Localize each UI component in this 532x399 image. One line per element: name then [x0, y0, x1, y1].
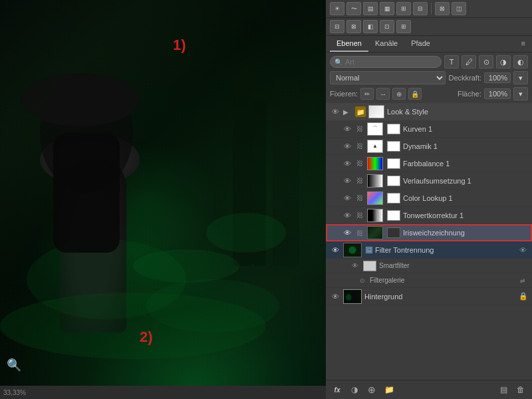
colorlookup-visibility[interactable]: 👁	[342, 193, 352, 203]
tab-kanaele[interactable]: Kanäle	[368, 36, 404, 52]
lock-pixels-btn[interactable]: ✏	[360, 88, 374, 100]
smartfilter-vis[interactable]: 👁	[350, 261, 360, 271]
lock-all-btn[interactable]: 🔒	[408, 88, 422, 100]
filtertont-thumb	[343, 243, 362, 257]
toolbar-row-2: ⊟ ⊠ ◧ ⊡ ⊞	[326, 18, 532, 36]
hintergrund-lock: 🔒	[519, 292, 528, 301]
irisweich-link: ⛓	[355, 228, 364, 237]
layers-bottom-bar: fx ◑ ⊕ 📁 ▤ 🗑	[326, 380, 532, 399]
verlauf-mask	[387, 176, 400, 186]
tab-ebenen[interactable]: Ebenen	[330, 36, 368, 52]
filtertont-visibility[interactable]: 👁	[330, 245, 340, 255]
filtertont-name: Filter Tontrennung	[375, 246, 515, 254]
new-group-button[interactable]: 📁	[382, 383, 396, 396]
tb-icon-grid4[interactable]: ⊟	[413, 2, 428, 15]
opacity-arrow[interactable]: ▾	[513, 71, 528, 84]
tb-icon-grid2[interactable]: ▦	[380, 2, 394, 15]
layer-search-box[interactable]: 🔍	[330, 56, 442, 68]
tb-icon-grid1[interactable]: ▤	[363, 2, 378, 15]
canvas-bottom-bar: 33,33%	[0, 386, 326, 399]
fx-button[interactable]: fx	[330, 383, 344, 396]
tab-spacer	[437, 36, 519, 52]
layer-filter-icon1[interactable]: 🖊	[462, 55, 476, 68]
panel-menu-button[interactable]: ≡	[519, 36, 528, 52]
lock-artboard-btn[interactable]: ⊕	[392, 88, 406, 100]
tonwert-thumb	[367, 209, 383, 222]
verlauf-visibility[interactable]: 👁	[342, 176, 352, 186]
lock-move-btn[interactable]: ↔	[376, 88, 390, 100]
farbbalance-visibility[interactable]: 👁	[342, 158, 352, 169]
svg-point-12	[348, 246, 356, 253]
layer-filter-icon3[interactable]: ◑	[496, 55, 511, 68]
verlauf-name: Verlaufsumsetzung 1	[403, 177, 528, 185]
colorlookup-thumb	[367, 192, 383, 205]
layer-colorlookup-1[interactable]: 👁 ⛓ Color Lookup 1	[326, 190, 532, 207]
delete-layer-button[interactable]: 🗑	[513, 383, 528, 396]
irisweich-visibility[interactable]: 👁	[342, 227, 352, 238]
filtergalerie-row[interactable]: ⊙ Filtergalerie ⇌	[326, 273, 532, 288]
tb-icon-r4[interactable]: ⊡	[380, 20, 394, 33]
layer-tonwert-1[interactable]: 👁 ⛓ Tonwertkorrektur 1	[326, 207, 532, 224]
group-arrow[interactable]: ▶	[343, 108, 352, 116]
new-layer-button[interactable]: ▤	[496, 383, 511, 396]
colorlookup-link: ⛓	[355, 194, 364, 203]
layer-dynamik-1[interactable]: 👁 ⛓ ▲ Dynamik 1	[326, 138, 532, 155]
lock-fill-row: Fixieren: ✏ ↔ ⊕ 🔒 Fläche: 100% ▾	[330, 87, 528, 100]
tab-pfade[interactable]: Pfade	[404, 36, 437, 52]
layer-hintergrund[interactable]: 👁 Hintergrund 🔒	[326, 288, 532, 305]
layer-filter-tontrennung[interactable]: 👁 ◱ Filter Tontrennung 👁	[326, 241, 532, 259]
tb-icon-r2[interactable]: ⊠	[346, 20, 361, 33]
layer-controls: 🔍 T 🖊 ⊙ ◑ ◐ Normal Deckkraft: 100% ▾ Fix…	[326, 53, 532, 103]
svg-rect-4	[53, 133, 120, 253]
hintergrund-visibility[interactable]: 👁	[330, 291, 340, 302]
tb-icon-r3[interactable]: ◧	[363, 20, 378, 33]
smartfilter-row: 👁 Smartfilter	[326, 259, 532, 273]
tb-icon-grid3[interactable]: ⊞	[396, 2, 411, 15]
tb-icon-more1[interactable]: ⊠	[435, 2, 450, 15]
zoom-level: 33,33%	[3, 389, 26, 396]
layer-filter-icon2[interactable]: ⊙	[479, 55, 493, 68]
tb-icon-sun[interactable]: ☀	[330, 2, 344, 15]
opacity-value[interactable]: 100%	[484, 72, 511, 83]
tonwert-visibility[interactable]: 👁	[342, 210, 352, 221]
add-mask-button[interactable]: ◑	[347, 383, 362, 396]
kurven-visibility[interactable]: 👁	[342, 124, 352, 134]
opacity-label: Deckkraft:	[448, 74, 481, 82]
layer-filter-toggle[interactable]: ◐	[513, 55, 528, 68]
farbbalance-link: ⛓	[355, 159, 364, 168]
svg-rect-15	[351, 293, 357, 302]
tb-icon-r5[interactable]: ⊞	[396, 20, 411, 33]
smartfilter-thumb	[363, 261, 376, 271]
irisweich-thumb	[367, 226, 383, 239]
fill-value[interactable]: 100%	[484, 88, 511, 99]
dynamik-visibility[interactable]: 👁	[342, 141, 352, 152]
smart-object-badge: ◱	[366, 247, 372, 253]
farbbalance-name: Farbbalance 1	[403, 160, 528, 168]
dynamik-mask	[387, 141, 400, 152]
layer-irisweich[interactable]: 👁 ⛓ Irisweichzeichnung	[326, 224, 532, 241]
filtertont-vis-right[interactable]: 👁	[517, 245, 528, 255]
layer-group-look-style[interactable]: 👁 ▶ 📁 Look & Style	[326, 103, 532, 120]
irisweich-mask	[387, 227, 400, 238]
canvas-area: 1) 2) 🔍 33,33%	[0, 0, 326, 399]
layer-verlauf-1[interactable]: 👁 ⛓ Verlaufsumsetzung 1	[326, 172, 532, 190]
tb-icon-wave[interactable]: 〜	[346, 2, 361, 15]
farbbalance-thumb	[367, 157, 383, 170]
farbbalance-mask	[387, 158, 400, 169]
group-visibility[interactable]: 👁	[330, 106, 340, 117]
zoom-tool-hint: 🔍	[7, 358, 21, 372]
blend-mode-select[interactable]: Normal	[330, 71, 446, 84]
hintergrund-name: Hintergrund	[364, 293, 516, 301]
new-adjustment-button[interactable]: ⊕	[364, 383, 379, 396]
kurven-link: ⛓	[355, 124, 364, 134]
layer-filter-text[interactable]: T	[444, 55, 459, 68]
tonwert-link: ⛓	[355, 211, 364, 220]
layer-farbbalance-1[interactable]: 👁 ⛓ Farbbalance 1	[326, 155, 532, 172]
layer-kurven-1[interactable]: 👁 ⛓ ⌒ Kurven 1	[326, 120, 532, 138]
tb-icon-more2[interactable]: ◫	[452, 2, 466, 15]
tb-icon-r1[interactable]: ⊟	[330, 20, 344, 33]
fill-arrow[interactable]: ▾	[513, 87, 528, 100]
filtergalerie-settings[interactable]: ⇌	[517, 277, 528, 285]
layer-search-input[interactable]	[345, 58, 398, 66]
colorlookup-mask	[387, 193, 400, 203]
